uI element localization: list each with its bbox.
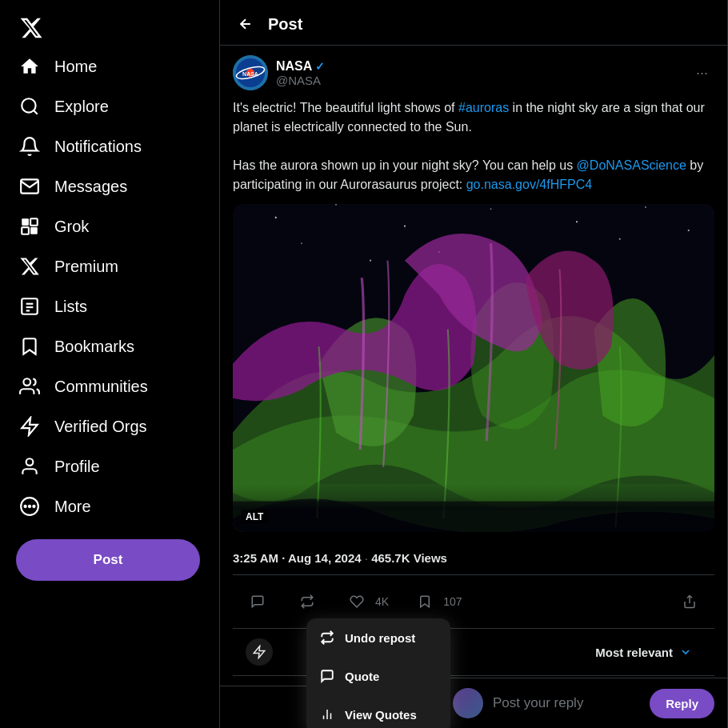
comments-toolbar: Most relevant <box>233 629 714 676</box>
svg-point-11 <box>26 458 34 466</box>
quote-item[interactable]: Quote <box>306 657 450 695</box>
repost-action[interactable]: Undo repost Quote View Quotes <box>282 582 332 622</box>
undo-repost-label: Undo repost <box>345 631 415 645</box>
link-nasa[interactable]: go.nasa.gov/4fHFPC4 <box>466 178 592 191</box>
author-name[interactable]: NASA <box>276 59 312 74</box>
svg-point-30 <box>370 260 371 262</box>
svg-marker-39 <box>254 646 265 658</box>
sidebar: Home Explore Notifications Messages Grok… <box>0 0 220 728</box>
post-button[interactable]: Post <box>16 539 200 581</box>
sidebar-item-verified-orgs[interactable]: Verified Orgs <box>10 406 210 446</box>
sidebar-item-profile[interactable]: Profile <box>10 446 210 486</box>
relevance-selector[interactable]: Most relevant <box>586 639 702 666</box>
tweet-views-count: 465.7K Views <box>371 551 447 565</box>
tweet-more-button[interactable]: ··· <box>690 62 714 85</box>
sidebar-item-lists[interactable]: Lists <box>10 286 210 326</box>
mention-donasascience[interactable]: @DoNASAScience <box>577 158 686 172</box>
spark-button[interactable] <box>246 638 273 666</box>
view-quotes-item[interactable]: View Quotes <box>306 695 450 728</box>
sidebar-item-home[interactable]: Home <box>10 46 210 86</box>
view-quotes-icon <box>319 706 335 722</box>
action-bar: Undo repost Quote View Quotes <box>233 575 714 629</box>
svg-rect-1 <box>22 218 29 226</box>
share-action[interactable] <box>665 582 714 622</box>
reply-button[interactable]: Reply <box>650 689 714 718</box>
like-action[interactable]: 4K <box>332 582 400 622</box>
svg-point-22 <box>275 217 277 218</box>
undo-repost-item[interactable]: Undo repost <box>306 618 450 657</box>
sidebar-label-explore: Explore <box>54 98 109 116</box>
sidebar-item-more[interactable]: More <box>10 486 210 526</box>
reply-icon <box>244 588 271 615</box>
repost-icon <box>294 588 321 615</box>
bookmarks-icon <box>19 336 40 357</box>
svg-point-15 <box>33 506 34 507</box>
tweet-author-row: NASA NASA ✓ @NASA ··· <box>233 55 714 90</box>
relevance-label: Most relevant <box>595 646 673 659</box>
author-handle[interactable]: @NASA <box>276 74 325 87</box>
svg-rect-4 <box>30 227 38 234</box>
back-button[interactable] <box>233 11 258 37</box>
profile-icon <box>19 456 40 477</box>
tweet-text: It's electric! The beautiful light shows… <box>233 98 714 194</box>
sidebar-label-premium: Premium <box>54 258 118 276</box>
author-details: NASA ✓ @NASA <box>276 59 325 87</box>
sidebar-item-notifications[interactable]: Notifications <box>10 126 210 166</box>
sidebar-label-grok: Grok <box>54 218 89 236</box>
quote-label: Quote <box>345 670 379 683</box>
svg-rect-2 <box>30 218 38 226</box>
sidebar-item-messages[interactable]: Messages <box>10 166 210 206</box>
post-header: Post <box>220 0 727 46</box>
hashtag-auroras[interactable]: #auroras <box>458 101 509 114</box>
tweet-image[interactable]: ALT <box>233 204 714 532</box>
bookmark-action[interactable]: 107 <box>400 582 473 622</box>
sidebar-label-home: Home <box>54 58 97 76</box>
quote-icon <box>319 668 335 684</box>
post-title: Post <box>268 15 302 34</box>
sidebar-label-profile: Profile <box>54 458 100 476</box>
bookmark-icon <box>411 588 438 615</box>
svg-point-9 <box>23 378 30 386</box>
chevron-down-icon <box>679 646 692 658</box>
undo-repost-icon <box>319 630 335 646</box>
like-icon <box>343 588 370 615</box>
lists-icon <box>19 296 40 317</box>
sidebar-label-messages: Messages <box>54 178 127 196</box>
svg-rect-34 <box>233 484 714 510</box>
svg-point-29 <box>301 242 302 244</box>
author-avatar[interactable]: NASA <box>233 55 268 90</box>
svg-rect-3 <box>22 227 29 234</box>
repost-dropdown: Undo repost Quote View Quotes <box>306 618 450 728</box>
svg-point-32 <box>619 238 621 240</box>
svg-point-0 <box>22 98 35 112</box>
reply-input[interactable]: Post your reply <box>493 695 640 711</box>
sidebar-item-communities[interactable]: Communities <box>10 366 210 406</box>
like-count: 4K <box>375 595 389 608</box>
reply-action[interactable] <box>233 582 282 622</box>
share-icon <box>676 588 703 615</box>
alt-badge[interactable]: ALT <box>241 510 268 524</box>
sidebar-label-lists: Lists <box>54 298 87 316</box>
sidebar-item-explore[interactable]: Explore <box>10 86 210 126</box>
premium-icon <box>19 256 40 277</box>
svg-text:NASA: NASA <box>242 71 258 77</box>
svg-point-28 <box>688 230 690 231</box>
grok-icon <box>19 216 40 237</box>
x-logo[interactable] <box>10 6 210 43</box>
svg-point-26 <box>576 221 578 222</box>
svg-point-13 <box>29 506 30 507</box>
sidebar-item-bookmarks[interactable]: Bookmarks <box>10 326 210 366</box>
home-icon <box>19 56 40 77</box>
sidebar-item-premium[interactable]: Premium <box>10 246 210 286</box>
reply-user-avatar <box>453 688 483 718</box>
sidebar-label-communities: Communities <box>54 378 148 396</box>
notifications-icon <box>19 136 40 157</box>
svg-point-25 <box>490 208 492 210</box>
sidebar-item-grok[interactable]: Grok <box>10 206 210 246</box>
messages-icon <box>19 176 40 197</box>
tweet-container: NASA NASA ✓ @NASA ··· It's electric! The… <box>220 46 727 686</box>
tweet-timestamp: 3:25 AM · Aug 14, 2024 <box>233 551 362 565</box>
explore-icon <box>19 96 40 117</box>
sidebar-label-notifications: Notifications <box>54 138 142 156</box>
author-name-row: NASA ✓ <box>276 59 325 74</box>
